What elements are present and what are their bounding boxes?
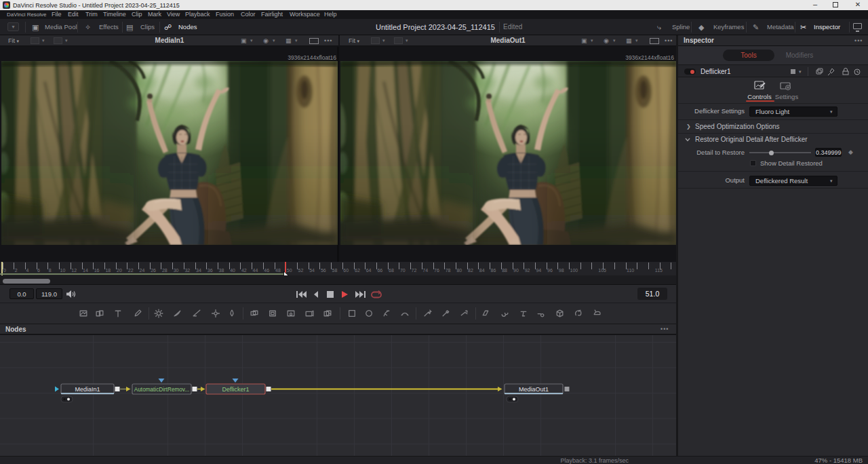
- svg-text:MediaIn1: MediaIn1: [75, 386, 100, 393]
- svg-text:Deflicker1: Deflicker1: [222, 386, 249, 393]
- svg-text:AutomaticDirtRemov...: AutomaticDirtRemov...: [134, 387, 189, 393]
- svg-text:MediaOut1: MediaOut1: [519, 386, 549, 393]
